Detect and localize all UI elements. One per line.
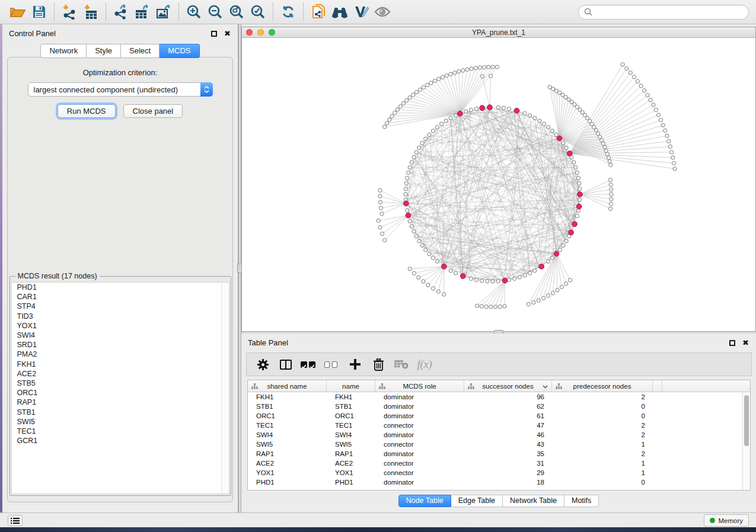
network-node[interactable]: [408, 219, 412, 223]
export-network-button[interactable]: [110, 2, 132, 22]
network-node[interactable]: [672, 161, 675, 165]
criterion-dropdown[interactable]: largest connected component (undirected): [28, 82, 213, 97]
network-node[interactable]: [398, 105, 402, 108]
network-node[interactable]: [414, 91, 418, 94]
network-node[interactable]: [401, 101, 405, 105]
save-session-button[interactable]: [28, 2, 50, 22]
network-node[interactable]: [537, 299, 540, 302]
network-node[interactable]: [661, 123, 665, 127]
column-header-shared-name[interactable]: shared name: [248, 380, 327, 392]
cell-predecessor-nodes[interactable]: 1: [552, 441, 653, 448]
network-node[interactable]: [449, 116, 452, 120]
network-node[interactable]: [532, 300, 535, 304]
mcds-dominator-node[interactable]: [404, 201, 409, 206]
table-row[interactable]: YOX1YOX1connector291: [248, 468, 750, 477]
network-node[interactable]: [424, 137, 428, 140]
network-node[interactable]: [437, 77, 441, 81]
cell-name[interactable]: SWI5: [327, 441, 375, 448]
cell-shared-name[interactable]: PHD1: [248, 479, 327, 486]
network-node[interactable]: [422, 85, 425, 89]
network-node[interactable]: [498, 305, 502, 309]
zoom-out-button[interactable]: [205, 2, 226, 22]
network-node[interactable]: [548, 85, 551, 89]
network-node[interactable]: [435, 259, 439, 263]
network-node[interactable]: [502, 106, 505, 110]
cell-successor-nodes[interactable]: 47: [464, 422, 552, 429]
cell-successor-nodes[interactable]: 61: [464, 412, 552, 419]
network-node[interactable]: [432, 287, 435, 290]
cell-mcds-role[interactable]: dominator: [375, 393, 464, 400]
network-node[interactable]: [562, 243, 565, 247]
network-node[interactable]: [495, 65, 499, 69]
network-node[interactable]: [551, 256, 554, 259]
cell-predecessor-nodes[interactable]: 2: [552, 431, 653, 438]
cell-name[interactable]: YOX1: [327, 469, 375, 476]
column-header-mcds-role[interactable]: MCDS role: [375, 380, 464, 392]
mcds-dominator-node[interactable]: [460, 274, 465, 279]
network-node[interactable]: [429, 81, 433, 85]
network-node[interactable]: [639, 84, 643, 88]
network-node[interactable]: [417, 239, 421, 243]
cell-name[interactable]: SWI4: [327, 431, 375, 438]
network-node[interactable]: [608, 207, 612, 210]
table-row[interactable]: ACE2ACE2connector311: [248, 459, 750, 468]
network-node[interactable]: [435, 126, 439, 129]
tab-node-table[interactable]: Node Table: [398, 495, 451, 507]
network-node[interactable]: [444, 119, 448, 123]
table-row[interactable]: ORC1ORC1dominator610: [248, 411, 750, 421]
network-node[interactable]: [454, 114, 457, 117]
mcds-dominator-node[interactable]: [576, 204, 582, 209]
network-node[interactable]: [491, 280, 495, 283]
export-network-document-button[interactable]: [308, 2, 329, 22]
network-node[interactable]: [408, 166, 412, 169]
first-neighbors-button[interactable]: [329, 2, 350, 22]
cell-name[interactable]: TEC1: [327, 422, 375, 429]
network-node[interactable]: [453, 71, 457, 75]
mcds-dominator-node[interactable]: [502, 278, 508, 283]
network-node[interactable]: [551, 291, 554, 295]
mcds-result-item[interactable]: SRD1: [12, 340, 229, 350]
cell-shared-name[interactable]: STB1: [248, 403, 327, 410]
network-node[interactable]: [564, 239, 568, 243]
network-node[interactable]: [383, 238, 387, 242]
mcds-result-item[interactable]: SWI4: [12, 331, 229, 340]
network-node[interactable]: [554, 133, 558, 136]
mcds-result-item[interactable]: TEC1: [12, 427, 229, 436]
network-node[interactable]: [465, 68, 469, 71]
network-node[interactable]: [383, 125, 387, 129]
export-image-button[interactable]: [153, 2, 174, 22]
cell-mcds-role[interactable]: connector: [375, 441, 464, 448]
network-node[interactable]: [551, 87, 555, 91]
network-node[interactable]: [542, 122, 546, 126]
network-node[interactable]: [547, 259, 550, 263]
cell-successor-nodes[interactable]: 31: [464, 460, 552, 467]
network-node[interactable]: [609, 163, 613, 166]
network-node[interactable]: [393, 111, 397, 114]
network-node[interactable]: [518, 275, 521, 279]
mcds-dominator-node[interactable]: [539, 264, 544, 270]
network-node[interactable]: [610, 188, 613, 191]
network-node[interactable]: [610, 197, 613, 201]
network-node[interactable]: [546, 294, 550, 297]
network-node[interactable]: [528, 271, 532, 275]
cell-successor-nodes[interactable]: 35: [464, 450, 552, 457]
tab-edge-table[interactable]: Edge Table: [451, 495, 503, 507]
network-node[interactable]: [665, 134, 669, 137]
network-node[interactable]: [474, 66, 477, 70]
network-node[interactable]: [556, 289, 559, 292]
network-node[interactable]: [608, 178, 612, 182]
network-node[interactable]: [414, 150, 418, 154]
export-table-button[interactable]: [132, 2, 153, 22]
zoom-in-button[interactable]: [183, 2, 205, 22]
cell-mcds-role[interactable]: dominator: [375, 403, 464, 410]
network-node[interactable]: [608, 159, 611, 163]
network-node[interactable]: [484, 305, 488, 309]
network-node[interactable]: [560, 285, 563, 289]
network-node[interactable]: [414, 235, 418, 238]
cell-predecessor-nodes[interactable]: 1: [552, 469, 653, 476]
network-node[interactable]: [609, 202, 613, 206]
cell-predecessor-nodes[interactable]: 2: [552, 450, 653, 457]
cell-shared-name[interactable]: SWI4: [248, 431, 327, 438]
cell-shared-name[interactable]: SWI5: [248, 441, 327, 448]
network-node[interactable]: [378, 194, 382, 198]
